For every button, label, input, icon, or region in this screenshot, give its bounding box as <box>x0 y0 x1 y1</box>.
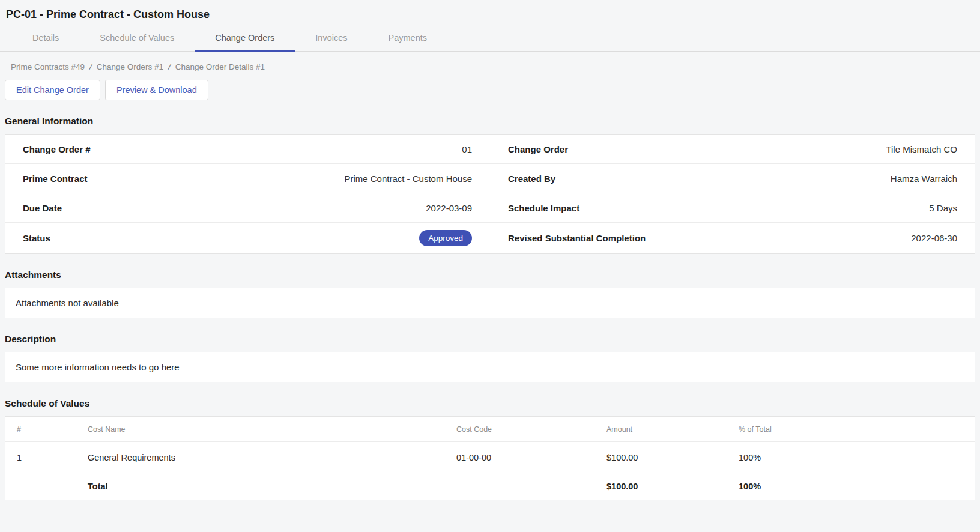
info-row: Change Order # 01 Change Order Tile Mism… <box>5 135 975 164</box>
info-pair-due-date: Due Date 2022-03-09 <box>5 193 490 222</box>
tab-bar: Details Schedule of Values Change Orders… <box>0 25 980 52</box>
preview-download-button[interactable]: Preview & Download <box>105 80 208 100</box>
schedule-of-values-heading: Schedule of Values <box>0 382 980 416</box>
breadcrumb-item-change-order-details[interactable]: Change Order Details #1 <box>175 62 265 71</box>
info-pair-status: Status Approved <box>5 223 490 253</box>
table-row: 1 General Requirements 01-00-00 $100.00 … <box>5 442 975 473</box>
description-heading: Description <box>0 318 980 352</box>
breadcrumb-item-change-orders[interactable]: Change Orders #1 <box>97 62 163 71</box>
breadcrumb-separator: / <box>168 62 171 71</box>
status-badge: Approved <box>419 230 472 246</box>
info-row: Prime Contract Prime Contract - Custom H… <box>5 164 975 193</box>
table-total-row: Total $100.00 100% <box>5 473 975 500</box>
cell-percent: 100% <box>739 453 963 462</box>
field-label: Status <box>23 233 50 243</box>
info-row: Due Date 2022-03-09 Schedule Impact 5 Da… <box>5 193 975 223</box>
info-pair-created-by: Created By Hamza Warraich <box>490 164 975 193</box>
field-value: 2022-06-30 <box>911 233 957 243</box>
total-percent: 100% <box>739 482 963 491</box>
field-label: Created By <box>508 174 555 184</box>
field-value: Prime Contract - Custom House <box>344 174 472 184</box>
page-title: PC-01 - Prime Contract - Custom House <box>0 0 980 25</box>
info-pair-schedule-impact: Schedule Impact 5 Days <box>490 193 975 222</box>
cell-number: 1 <box>17 453 88 462</box>
attachments-card: Attachments not available <box>5 288 975 318</box>
field-label: Change Order # <box>23 144 91 154</box>
breadcrumb-separator: / <box>89 62 92 71</box>
description-text: Some more information needs to go here <box>16 362 180 372</box>
info-pair-change-order-number: Change Order # 01 <box>5 135 490 163</box>
tab-payments[interactable]: Payments <box>368 25 447 52</box>
cell-cost-code: 01-00-00 <box>456 453 606 462</box>
cell-cost-name: General Requirements <box>88 453 456 462</box>
action-button-row: Edit Change Order Preview & Download <box>0 71 980 100</box>
change-order-details-page: PC-01 - Prime Contract - Custom House De… <box>0 0 980 532</box>
breadcrumb-item-prime-contracts[interactable]: Prime Contracts #49 <box>11 62 85 71</box>
column-header-amount: Amount <box>606 425 739 434</box>
cell-amount: $100.00 <box>606 453 739 462</box>
tab-details[interactable]: Details <box>12 25 79 52</box>
column-header-number: # <box>17 425 88 434</box>
column-header-cost-code: Cost Code <box>456 425 606 434</box>
total-amount: $100.00 <box>606 482 739 491</box>
general-information-heading: General Information <box>0 100 980 134</box>
tab-change-orders[interactable]: Change Orders <box>195 25 295 52</box>
field-value: 2022-03-09 <box>426 203 472 213</box>
field-label: Prime Contract <box>23 174 88 184</box>
breadcrumb: Prime Contracts #49 / Change Orders #1 /… <box>0 52 980 71</box>
field-value: Tile Mismatch CO <box>886 144 957 154</box>
general-information-card: Change Order # 01 Change Order Tile Mism… <box>5 134 975 254</box>
field-value: 01 <box>462 144 472 154</box>
field-label: Due Date <box>23 203 62 213</box>
info-pair-prime-contract: Prime Contract Prime Contract - Custom H… <box>5 164 490 193</box>
table-header-row: # Cost Name Cost Code Amount % of Total <box>5 417 975 442</box>
info-row: Status Approved Revised Substantial Comp… <box>5 223 975 253</box>
info-pair-revised-substantial-completion: Revised Substantial Completion 2022-06-3… <box>490 223 975 253</box>
total-label: Total <box>88 482 456 491</box>
tab-schedule-of-values[interactable]: Schedule of Values <box>79 25 195 52</box>
field-label: Schedule Impact <box>508 203 579 213</box>
info-pair-change-order-name: Change Order Tile Mismatch CO <box>490 135 975 163</box>
field-value: Hamza Warraich <box>891 174 957 184</box>
column-header-cost-name: Cost Name <box>88 425 456 434</box>
attachments-empty-text: Attachments not available <box>16 298 119 308</box>
field-value: 5 Days <box>929 203 957 213</box>
column-header-percent-of-total: % of Total <box>739 425 963 434</box>
attachments-heading: Attachments <box>0 254 980 288</box>
edit-change-order-button[interactable]: Edit Change Order <box>5 80 100 100</box>
field-label: Change Order <box>508 144 568 154</box>
schedule-of-values-table: # Cost Name Cost Code Amount % of Total … <box>5 416 975 500</box>
description-card: Some more information needs to go here <box>5 352 975 382</box>
tab-invoices[interactable]: Invoices <box>295 25 368 52</box>
field-label: Revised Substantial Completion <box>508 233 646 243</box>
